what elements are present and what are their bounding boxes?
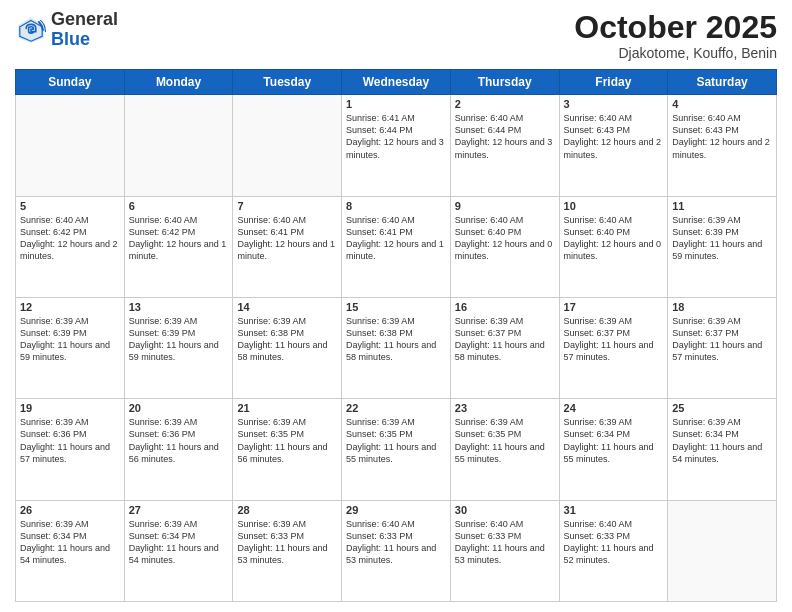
- calendar-cell: 16Sunrise: 6:39 AM Sunset: 6:37 PM Dayli…: [450, 297, 559, 398]
- calendar-cell: 9Sunrise: 6:40 AM Sunset: 6:40 PM Daylig…: [450, 196, 559, 297]
- week-row-3: 19Sunrise: 6:39 AM Sunset: 6:36 PM Dayli…: [16, 399, 777, 500]
- calendar-cell: [233, 95, 342, 196]
- day-info: Sunrise: 6:39 AM Sunset: 6:38 PM Dayligh…: [237, 315, 337, 364]
- calendar-cell: 19Sunrise: 6:39 AM Sunset: 6:36 PM Dayli…: [16, 399, 125, 500]
- day-info: Sunrise: 6:41 AM Sunset: 6:44 PM Dayligh…: [346, 112, 446, 161]
- weekday-header-thursday: Thursday: [450, 70, 559, 95]
- calendar-cell: 14Sunrise: 6:39 AM Sunset: 6:38 PM Dayli…: [233, 297, 342, 398]
- calendar-table: SundayMondayTuesdayWednesdayThursdayFrid…: [15, 69, 777, 602]
- day-info: Sunrise: 6:40 AM Sunset: 6:40 PM Dayligh…: [564, 214, 664, 263]
- calendar-cell: 30Sunrise: 6:40 AM Sunset: 6:33 PM Dayli…: [450, 500, 559, 601]
- calendar-cell: 25Sunrise: 6:39 AM Sunset: 6:34 PM Dayli…: [668, 399, 777, 500]
- calendar-cell: [124, 95, 233, 196]
- day-info: Sunrise: 6:40 AM Sunset: 6:43 PM Dayligh…: [672, 112, 772, 161]
- day-info: Sunrise: 6:39 AM Sunset: 6:35 PM Dayligh…: [455, 416, 555, 465]
- day-info: Sunrise: 6:39 AM Sunset: 6:36 PM Dayligh…: [129, 416, 229, 465]
- day-number: 17: [564, 301, 664, 313]
- day-info: Sunrise: 6:39 AM Sunset: 6:37 PM Dayligh…: [455, 315, 555, 364]
- day-number: 3: [564, 98, 664, 110]
- title-month: October 2025: [574, 10, 777, 45]
- week-row-4: 26Sunrise: 6:39 AM Sunset: 6:34 PM Dayli…: [16, 500, 777, 601]
- calendar-cell: 3Sunrise: 6:40 AM Sunset: 6:43 PM Daylig…: [559, 95, 668, 196]
- day-info: Sunrise: 6:40 AM Sunset: 6:42 PM Dayligh…: [129, 214, 229, 263]
- day-number: 18: [672, 301, 772, 313]
- day-info: Sunrise: 6:39 AM Sunset: 6:34 PM Dayligh…: [20, 518, 120, 567]
- day-info: Sunrise: 6:39 AM Sunset: 6:39 PM Dayligh…: [129, 315, 229, 364]
- calendar-cell: 24Sunrise: 6:39 AM Sunset: 6:34 PM Dayli…: [559, 399, 668, 500]
- day-info: Sunrise: 6:40 AM Sunset: 6:43 PM Dayligh…: [564, 112, 664, 161]
- calendar-cell: 10Sunrise: 6:40 AM Sunset: 6:40 PM Dayli…: [559, 196, 668, 297]
- calendar-cell: 22Sunrise: 6:39 AM Sunset: 6:35 PM Dayli…: [342, 399, 451, 500]
- day-number: 11: [672, 200, 772, 212]
- day-info: Sunrise: 6:39 AM Sunset: 6:37 PM Dayligh…: [564, 315, 664, 364]
- day-info: Sunrise: 6:39 AM Sunset: 6:39 PM Dayligh…: [672, 214, 772, 263]
- day-info: Sunrise: 6:40 AM Sunset: 6:33 PM Dayligh…: [455, 518, 555, 567]
- day-number: 25: [672, 402, 772, 414]
- day-number: 26: [20, 504, 120, 516]
- day-info: Sunrise: 6:39 AM Sunset: 6:34 PM Dayligh…: [672, 416, 772, 465]
- calendar-cell: 7Sunrise: 6:40 AM Sunset: 6:41 PM Daylig…: [233, 196, 342, 297]
- calendar-cell: 27Sunrise: 6:39 AM Sunset: 6:34 PM Dayli…: [124, 500, 233, 601]
- day-number: 7: [237, 200, 337, 212]
- calendar-cell: 18Sunrise: 6:39 AM Sunset: 6:37 PM Dayli…: [668, 297, 777, 398]
- calendar-cell: 29Sunrise: 6:40 AM Sunset: 6:33 PM Dayli…: [342, 500, 451, 601]
- logo: General Blue: [15, 10, 118, 50]
- day-info: Sunrise: 6:39 AM Sunset: 6:35 PM Dayligh…: [346, 416, 446, 465]
- weekday-header-saturday: Saturday: [668, 70, 777, 95]
- header: General Blue October 2025 Djakotome, Kou…: [15, 10, 777, 61]
- day-info: Sunrise: 6:39 AM Sunset: 6:33 PM Dayligh…: [237, 518, 337, 567]
- day-info: Sunrise: 6:39 AM Sunset: 6:35 PM Dayligh…: [237, 416, 337, 465]
- day-number: 29: [346, 504, 446, 516]
- calendar-cell: 4Sunrise: 6:40 AM Sunset: 6:43 PM Daylig…: [668, 95, 777, 196]
- weekday-header-wednesday: Wednesday: [342, 70, 451, 95]
- calendar-cell: 23Sunrise: 6:39 AM Sunset: 6:35 PM Dayli…: [450, 399, 559, 500]
- calendar-cell: 17Sunrise: 6:39 AM Sunset: 6:37 PM Dayli…: [559, 297, 668, 398]
- week-row-1: 5Sunrise: 6:40 AM Sunset: 6:42 PM Daylig…: [16, 196, 777, 297]
- day-number: 15: [346, 301, 446, 313]
- calendar-cell: [16, 95, 125, 196]
- weekday-header-row: SundayMondayTuesdayWednesdayThursdayFrid…: [16, 70, 777, 95]
- logo-blue: Blue: [51, 29, 90, 49]
- calendar-cell: [668, 500, 777, 601]
- day-number: 14: [237, 301, 337, 313]
- title-block: October 2025 Djakotome, Kouffo, Benin: [574, 10, 777, 61]
- day-number: 19: [20, 402, 120, 414]
- logo-icon: [15, 14, 47, 46]
- day-number: 10: [564, 200, 664, 212]
- calendar-cell: 31Sunrise: 6:40 AM Sunset: 6:33 PM Dayli…: [559, 500, 668, 601]
- calendar-cell: 11Sunrise: 6:39 AM Sunset: 6:39 PM Dayli…: [668, 196, 777, 297]
- day-number: 4: [672, 98, 772, 110]
- calendar-cell: 6Sunrise: 6:40 AM Sunset: 6:42 PM Daylig…: [124, 196, 233, 297]
- day-number: 13: [129, 301, 229, 313]
- day-info: Sunrise: 6:40 AM Sunset: 6:33 PM Dayligh…: [564, 518, 664, 567]
- calendar-cell: 26Sunrise: 6:39 AM Sunset: 6:34 PM Dayli…: [16, 500, 125, 601]
- calendar-cell: 1Sunrise: 6:41 AM Sunset: 6:44 PM Daylig…: [342, 95, 451, 196]
- day-info: Sunrise: 6:39 AM Sunset: 6:37 PM Dayligh…: [672, 315, 772, 364]
- weekday-header-monday: Monday: [124, 70, 233, 95]
- day-number: 16: [455, 301, 555, 313]
- day-number: 27: [129, 504, 229, 516]
- day-info: Sunrise: 6:39 AM Sunset: 6:36 PM Dayligh…: [20, 416, 120, 465]
- week-row-2: 12Sunrise: 6:39 AM Sunset: 6:39 PM Dayli…: [16, 297, 777, 398]
- calendar-cell: 13Sunrise: 6:39 AM Sunset: 6:39 PM Dayli…: [124, 297, 233, 398]
- day-info: Sunrise: 6:40 AM Sunset: 6:44 PM Dayligh…: [455, 112, 555, 161]
- calendar-cell: 28Sunrise: 6:39 AM Sunset: 6:33 PM Dayli…: [233, 500, 342, 601]
- weekday-header-friday: Friday: [559, 70, 668, 95]
- day-number: 8: [346, 200, 446, 212]
- logo-text: General Blue: [51, 10, 118, 50]
- day-info: Sunrise: 6:40 AM Sunset: 6:40 PM Dayligh…: [455, 214, 555, 263]
- calendar-cell: 8Sunrise: 6:40 AM Sunset: 6:41 PM Daylig…: [342, 196, 451, 297]
- day-info: Sunrise: 6:40 AM Sunset: 6:42 PM Dayligh…: [20, 214, 120, 263]
- day-number: 30: [455, 504, 555, 516]
- day-number: 6: [129, 200, 229, 212]
- day-info: Sunrise: 6:39 AM Sunset: 6:34 PM Dayligh…: [129, 518, 229, 567]
- day-info: Sunrise: 6:40 AM Sunset: 6:33 PM Dayligh…: [346, 518, 446, 567]
- day-number: 1: [346, 98, 446, 110]
- calendar-cell: 5Sunrise: 6:40 AM Sunset: 6:42 PM Daylig…: [16, 196, 125, 297]
- day-info: Sunrise: 6:39 AM Sunset: 6:34 PM Dayligh…: [564, 416, 664, 465]
- day-number: 31: [564, 504, 664, 516]
- day-number: 21: [237, 402, 337, 414]
- weekday-header-sunday: Sunday: [16, 70, 125, 95]
- day-number: 20: [129, 402, 229, 414]
- calendar-cell: 2Sunrise: 6:40 AM Sunset: 6:44 PM Daylig…: [450, 95, 559, 196]
